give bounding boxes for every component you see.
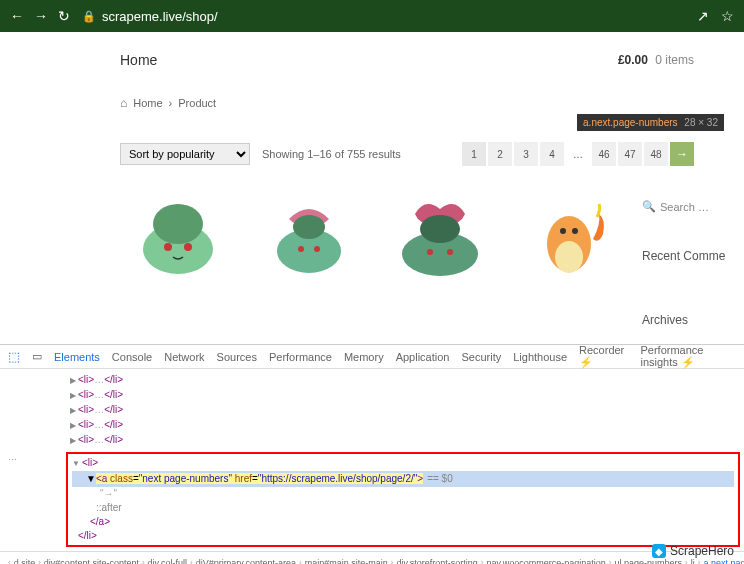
watermark: ◆ ScrapeHero <box>652 544 734 558</box>
crumb-6[interactable]: nav.woocommerce-pagination <box>486 558 605 565</box>
watermark-text: ScrapeHero <box>670 544 734 558</box>
page-47[interactable]: 47 <box>618 142 642 166</box>
site-header: Home £0.00 0 items <box>120 52 694 68</box>
crumb-1[interactable]: div#content.site-content <box>44 558 139 565</box>
inspect-element-icon[interactable]: ⬚ <box>8 349 20 364</box>
share-icon[interactable]: ↗ <box>697 8 709 24</box>
page-next[interactable]: → <box>670 142 694 166</box>
page-3[interactable]: 3 <box>514 142 538 166</box>
svg-point-7 <box>314 246 320 252</box>
page-dots: … <box>566 142 590 166</box>
dom-li-2[interactable]: ▶<li>…</li> <box>70 388 736 403</box>
svg-point-2 <box>164 243 172 251</box>
crumb-3[interactable]: diV#primary.content-area <box>196 558 296 565</box>
results-count: Showing 1–16 of 755 results <box>262 148 401 160</box>
address-bar[interactable]: 🔒 scrapeme.live/shop/ <box>82 9 685 24</box>
sort-select[interactable]: Sort by popularity <box>120 143 250 165</box>
search-box[interactable]: 🔍 Search … <box>642 200 732 213</box>
dom-arrow-text[interactable]: "→" <box>72 487 734 501</box>
dom-li-close[interactable]: </li> <box>72 529 734 543</box>
tab-network[interactable]: Network <box>164 351 204 363</box>
crumb-9[interactable]: a.next.page-numbers <box>703 558 744 565</box>
breadcrumb-product: Product <box>178 97 216 109</box>
breadcrumb-home[interactable]: Home <box>133 97 162 109</box>
browser-actions: ↗ ☆ <box>697 8 734 24</box>
page-4[interactable]: 4 <box>540 142 564 166</box>
tooltip-selector: a.next.page-numbers <box>583 117 678 128</box>
pagination: a.next.page-numbers 28 × 32 1 2 3 4 … 46… <box>462 142 694 166</box>
tab-console[interactable]: Console <box>112 351 152 363</box>
tab-elements[interactable]: Elements <box>54 351 100 363</box>
search-icon: 🔍 <box>642 200 656 213</box>
svg-point-11 <box>447 249 453 255</box>
page-48[interactable]: 48 <box>644 142 668 166</box>
tooltip-dims: 28 × 32 <box>684 117 718 128</box>
star-icon[interactable]: ☆ <box>721 8 734 24</box>
dom-li-5[interactable]: ▶<li>…</li> <box>70 433 736 448</box>
ellipsis-indicator: … <box>8 450 17 464</box>
tab-application[interactable]: Application <box>396 351 450 363</box>
tab-recorder[interactable]: Recorder ⚡ <box>579 344 628 369</box>
highlighted-dom-block: ▼<li> … ▼<a class="next page-numbers" hr… <box>66 452 740 547</box>
product-charmander[interactable] <box>513 184 628 284</box>
home-link[interactable]: Home <box>120 52 157 68</box>
svg-point-3 <box>184 243 192 251</box>
tab-sources[interactable]: Sources <box>217 351 257 363</box>
svg-point-15 <box>572 228 578 234</box>
svg-point-9 <box>420 215 460 243</box>
nav-buttons: ← → ↻ <box>10 8 70 24</box>
crumb-2[interactable]: div.col-full <box>148 558 187 565</box>
dom-tree[interactable]: ▶<li>…</li> ▶<li>…</li> ▶<li>…</li> ▶<li… <box>0 369 744 547</box>
cart-price: £0.00 <box>618 53 648 67</box>
product-ivysaur[interactable] <box>251 184 366 284</box>
crumb-4[interactable]: main#main.site-main <box>305 558 388 565</box>
page-2[interactable]: 2 <box>488 142 512 166</box>
page-1[interactable]: 1 <box>462 142 486 166</box>
page-content: Home £0.00 0 items ⌂ Home › Product Sort… <box>0 32 744 344</box>
dom-li-3[interactable]: ▶<li>…</li> <box>70 403 736 418</box>
page-46[interactable]: 46 <box>592 142 616 166</box>
product-bulbasaur[interactable] <box>120 184 235 284</box>
device-toggle-icon[interactable]: ▭ <box>32 350 42 363</box>
tab-perf-insights[interactable]: Performance insights ⚡ <box>640 344 736 369</box>
dom-breadcrumb[interactable]: ‹ d.site› div#content.site-content› div.… <box>0 551 744 564</box>
archives-heading: Archives <box>642 313 732 327</box>
search-placeholder: Search … <box>660 201 709 213</box>
product-venusaur[interactable] <box>382 184 497 284</box>
tab-lighthouse[interactable]: Lighthouse <box>513 351 567 363</box>
url-text: scrapeme.live/shop/ <box>102 9 218 24</box>
breadcrumb: ⌂ Home › Product <box>120 96 694 110</box>
recent-comments-heading: Recent Comme <box>642 249 732 263</box>
lock-icon: 🔒 <box>82 10 96 23</box>
crumb-7[interactable]: ul.page-numbers <box>615 558 683 565</box>
inspect-tooltip: a.next.page-numbers 28 × 32 <box>577 114 724 131</box>
forward-button[interactable]: → <box>34 8 48 24</box>
svg-point-13 <box>555 241 583 273</box>
watermark-icon: ◆ <box>652 544 666 558</box>
tab-memory[interactable]: Memory <box>344 351 384 363</box>
dom-a-highlighted[interactable]: ▼<a class="next page-numbers" href="http… <box>72 471 734 487</box>
breadcrumb-sep: › <box>169 97 173 109</box>
cart-info[interactable]: £0.00 0 items <box>618 53 694 67</box>
tab-performance[interactable]: Performance <box>269 351 332 363</box>
reload-button[interactable]: ↻ <box>58 8 70 24</box>
svg-point-6 <box>298 246 304 252</box>
dom-after[interactable]: ::after <box>72 501 734 515</box>
tab-security[interactable]: Security <box>461 351 501 363</box>
svg-point-1 <box>153 204 203 244</box>
crumb-5[interactable]: div.storefront-sorting <box>396 558 477 565</box>
devtools-tabs: ⬚ ▭ Elements Console Network Sources Per… <box>0 345 744 369</box>
dom-li-1[interactable]: ▶<li>…</li> <box>70 373 736 388</box>
back-button[interactable]: ← <box>10 8 24 24</box>
shop-controls: Sort by popularity Showing 1–16 of 755 r… <box>120 142 694 166</box>
home-icon[interactable]: ⌂ <box>120 96 127 110</box>
cart-items: 0 items <box>655 53 694 67</box>
svg-point-5 <box>293 215 325 239</box>
crumb-0[interactable]: d.site <box>14 558 36 565</box>
dom-li-4[interactable]: ▶<li>…</li> <box>70 418 736 433</box>
dom-a-close[interactable]: </a> <box>72 515 734 529</box>
browser-toolbar: ← → ↻ 🔒 scrapeme.live/shop/ ↗ ☆ <box>0 0 744 32</box>
devtools-panel: ⬚ ▭ Elements Console Network Sources Per… <box>0 344 744 564</box>
crumb-8[interactable]: li <box>691 558 695 565</box>
dom-li-open[interactable]: ▼<li> <box>72 456 734 471</box>
